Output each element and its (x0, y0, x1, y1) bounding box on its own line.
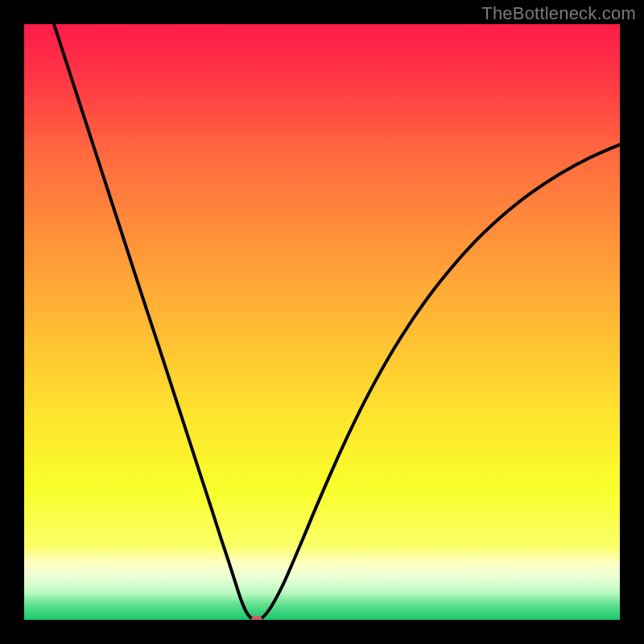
plot-area (24, 24, 620, 620)
watermark-text: TheBottleneck.com (481, 3, 636, 24)
chart-frame: TheBottleneck.com (0, 0, 644, 644)
optimal-point-marker (251, 616, 262, 620)
bottleneck-curve (24, 24, 620, 620)
